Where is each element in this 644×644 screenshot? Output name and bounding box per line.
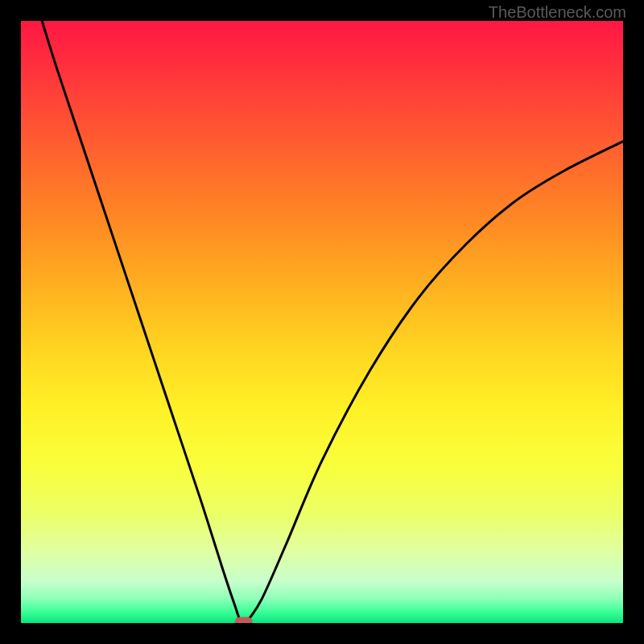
bottleneck-curve <box>42 21 623 623</box>
chart-overlay <box>21 21 623 623</box>
optimal-point-marker <box>235 617 253 624</box>
chart-plot-area <box>21 21 623 623</box>
watermark-text: TheBottleneck.com <box>489 3 626 22</box>
